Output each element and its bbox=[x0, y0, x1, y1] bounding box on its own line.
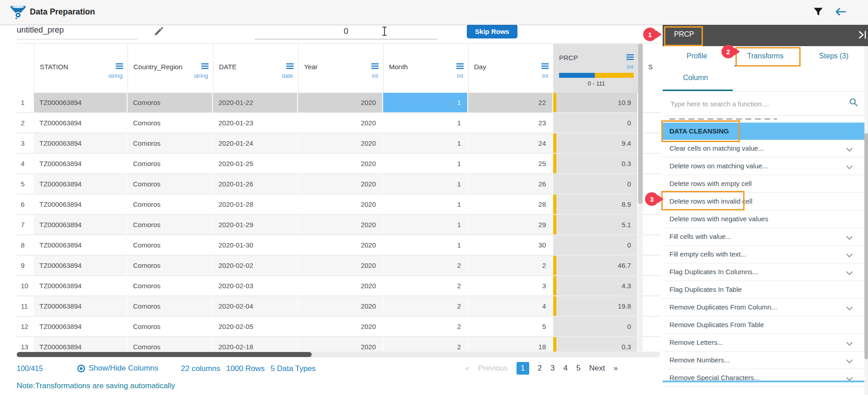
filter-icon[interactable] bbox=[812, 6, 824, 19]
cell-s-partial[interactable] bbox=[643, 113, 660, 133]
pagination-page-4[interactable]: 4 bbox=[564, 364, 568, 373]
cell-month[interactable]: 1 bbox=[383, 215, 468, 235]
table-row[interactable]: 1TZ000063894Comoros2020-01-22202012210.9 bbox=[17, 93, 660, 113]
column-menu-icon[interactable] bbox=[456, 63, 464, 71]
cell-date[interactable]: 2020-01-25 bbox=[213, 154, 298, 174]
back-arrow-icon[interactable] bbox=[834, 6, 847, 19]
cell-prcp[interactable]: 0 bbox=[553, 317, 638, 337]
cell-s-partial[interactable] bbox=[643, 133, 660, 154]
prep-name-input[interactable]: untitled_prep bbox=[17, 25, 138, 39]
chevron-down-icon[interactable] bbox=[846, 233, 853, 240]
cell-date[interactable]: 2020-02-03 bbox=[213, 276, 298, 296]
chevron-down-icon[interactable] bbox=[846, 375, 853, 381]
cell-country-region[interactable]: Comoros bbox=[128, 276, 213, 296]
cell-prcp[interactable]: 0.3 bbox=[553, 337, 638, 352]
transform-item[interactable]: Flag Duplicates In Table bbox=[663, 281, 864, 299]
cell-year[interactable]: 2020 bbox=[298, 174, 383, 195]
tab-column[interactable]: Column bbox=[683, 74, 708, 82]
cell-day[interactable]: 25 bbox=[468, 154, 553, 174]
cell-year[interactable]: 2020 bbox=[298, 276, 383, 296]
cell-month[interactable]: 1 bbox=[383, 133, 468, 154]
column-header-Month[interactable]: Monthint bbox=[383, 44, 468, 93]
pagination-last[interactable]: » bbox=[613, 364, 617, 373]
cell-year[interactable]: 2020 bbox=[298, 317, 383, 337]
chevron-down-icon[interactable] bbox=[846, 145, 853, 152]
horizontal-scrollbar[interactable] bbox=[17, 352, 660, 357]
column-menu-icon[interactable] bbox=[371, 63, 379, 71]
table-row[interactable]: 11TZ000063894Comoros2020-02-0420202419.8 bbox=[17, 296, 660, 317]
cell-station[interactable]: TZ000063894 bbox=[34, 133, 128, 154]
transform-item[interactable]: Delete rows with invalid cell bbox=[663, 193, 864, 210]
table-row[interactable]: 4TZ000063894Comoros2020-01-2520201250.3 bbox=[17, 154, 660, 174]
cell-station[interactable]: TZ000063894 bbox=[34, 276, 128, 296]
cell-rownum[interactable]: 1 bbox=[17, 93, 34, 113]
tab-profile[interactable]: Profile bbox=[663, 46, 731, 67]
cell-prcp[interactable]: 0 bbox=[553, 113, 638, 133]
cell-s-partial[interactable] bbox=[643, 317, 660, 337]
cell-country-region[interactable]: Comoros bbox=[128, 215, 213, 235]
function-search-input[interactable] bbox=[669, 97, 843, 110]
cell-year[interactable]: 2020 bbox=[298, 235, 383, 256]
cell-station[interactable]: TZ000063894 bbox=[34, 154, 128, 174]
cell-day[interactable]: 18 bbox=[468, 337, 553, 352]
collapse-panel-icon[interactable] bbox=[858, 30, 868, 42]
cell-station[interactable]: TZ000063894 bbox=[34, 215, 128, 235]
cell-year[interactable]: 2020 bbox=[298, 154, 383, 174]
cell-country-region[interactable]: Comoros bbox=[128, 296, 213, 317]
pagination-first[interactable]: « bbox=[465, 364, 469, 373]
cell-rownum[interactable]: 3 bbox=[17, 133, 34, 154]
cell-year[interactable]: 2020 bbox=[298, 256, 383, 276]
cell-rownum[interactable]: 10 bbox=[17, 276, 34, 296]
cell-month[interactable]: 1 bbox=[383, 154, 468, 174]
cell-country-region[interactable]: Comoros bbox=[128, 174, 213, 195]
column-header-DATE[interactable]: DATEdate bbox=[213, 44, 298, 93]
cell-month[interactable]: 1 bbox=[383, 113, 468, 133]
table-row[interactable]: 10TZ000063894Comoros2020-02-032020234.3 bbox=[17, 276, 660, 296]
vertical-scrollbar-thumb[interactable] bbox=[638, 43, 643, 204]
column-header-S[interactable]: S bbox=[643, 44, 660, 93]
cell-day[interactable]: 22 bbox=[468, 93, 553, 113]
transform-item[interactable]: Fill cells with value... bbox=[663, 228, 864, 246]
cell-day[interactable]: 4 bbox=[468, 296, 553, 317]
cell-s-partial[interactable] bbox=[643, 256, 660, 276]
table-row[interactable]: 8TZ000063894Comoros2020-01-3020201300 bbox=[17, 235, 660, 256]
transform-item[interactable]: Delete rows on matching value... bbox=[663, 157, 864, 175]
cell-rownum[interactable]: 6 bbox=[17, 195, 34, 215]
cell-prcp[interactable]: 0 bbox=[553, 174, 638, 195]
vertical-scrollbar[interactable] bbox=[638, 43, 643, 352]
pagination-page-5[interactable]: 5 bbox=[576, 364, 580, 373]
cell-year[interactable]: 2020 bbox=[298, 215, 383, 235]
cell-prcp[interactable]: 8.9 bbox=[553, 195, 638, 215]
column-menu-icon[interactable] bbox=[286, 63, 294, 71]
transform-item[interactable]: Remove Special Characters... bbox=[663, 369, 864, 387]
cell-year[interactable]: 2020 bbox=[298, 113, 383, 133]
chevron-down-icon[interactable] bbox=[846, 304, 853, 310]
column-header-PRCP[interactable]: PRCPint0 - 111 bbox=[553, 44, 638, 93]
pagination-previous[interactable]: Previous bbox=[478, 364, 508, 373]
cell-country-region[interactable]: Comoros bbox=[128, 256, 213, 276]
cell-date[interactable]: 2020-01-24 bbox=[213, 133, 298, 154]
cell-station[interactable]: TZ000063894 bbox=[34, 113, 128, 133]
table-row[interactable]: 12TZ000063894Comoros2020-02-052020250 bbox=[17, 317, 660, 337]
cell-station[interactable]: TZ000063894 bbox=[34, 93, 128, 113]
cell-day[interactable]: 28 bbox=[468, 195, 553, 215]
cell-country-region[interactable]: Comoros bbox=[128, 337, 213, 352]
cell-date[interactable]: 2020-01-29 bbox=[213, 215, 298, 235]
cell-rownum[interactable]: 8 bbox=[17, 235, 34, 256]
column-menu-icon[interactable] bbox=[626, 54, 634, 62]
cell-station[interactable]: TZ000063894 bbox=[34, 174, 128, 195]
table-row[interactable]: 6TZ000063894Comoros2020-01-2820201288.9 bbox=[17, 195, 660, 215]
table-row[interactable]: 9TZ000063894Comoros2020-02-0220202246.7 bbox=[17, 256, 660, 276]
cell-country-region[interactable]: Comoros bbox=[128, 317, 213, 337]
cell-month[interactable]: 2 bbox=[383, 317, 468, 337]
cell-date[interactable]: 2020-01-28 bbox=[213, 195, 298, 215]
cell-date[interactable]: 2020-01-22 bbox=[213, 93, 298, 113]
cell-month[interactable]: 1 bbox=[383, 174, 468, 195]
pagination-page-1[interactable]: 1 bbox=[517, 362, 529, 375]
cell-rownum[interactable]: 11 bbox=[17, 296, 34, 317]
cell-s-partial[interactable] bbox=[643, 174, 660, 195]
transform-item[interactable]: Flag Duplicates In Columns... bbox=[663, 263, 864, 281]
cell-rownum[interactable]: 4 bbox=[17, 154, 34, 174]
cell-s-partial[interactable] bbox=[643, 235, 660, 256]
transform-item[interactable]: Clear cells on matching value... bbox=[663, 140, 864, 157]
